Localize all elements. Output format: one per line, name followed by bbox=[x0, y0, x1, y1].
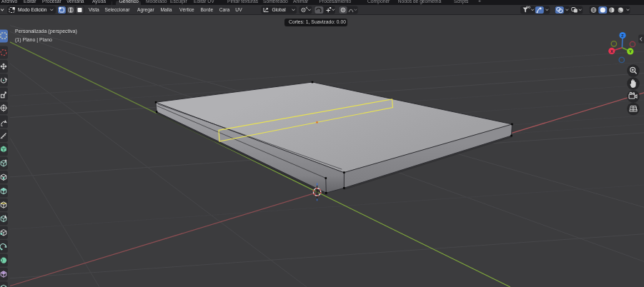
svg-text:Z: Z bbox=[621, 34, 624, 38]
svg-text:Y: Y bbox=[629, 49, 632, 54]
svg-text:X: X bbox=[610, 49, 613, 54]
